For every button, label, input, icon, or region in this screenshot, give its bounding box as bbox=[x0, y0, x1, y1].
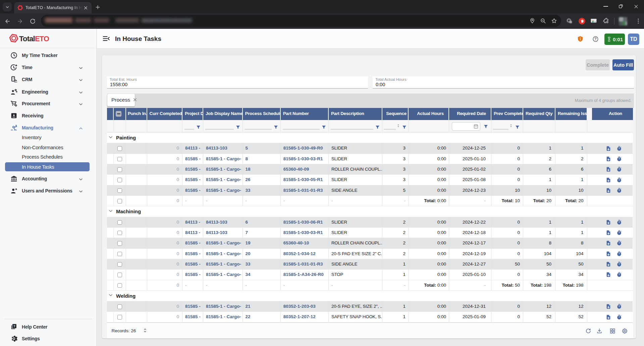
svg-text:?: ? bbox=[594, 37, 596, 41]
svg-text:D: D bbox=[570, 21, 572, 23]
svg-text:?: ? bbox=[13, 325, 15, 328]
svg-text:7: 7 bbox=[475, 126, 476, 128]
